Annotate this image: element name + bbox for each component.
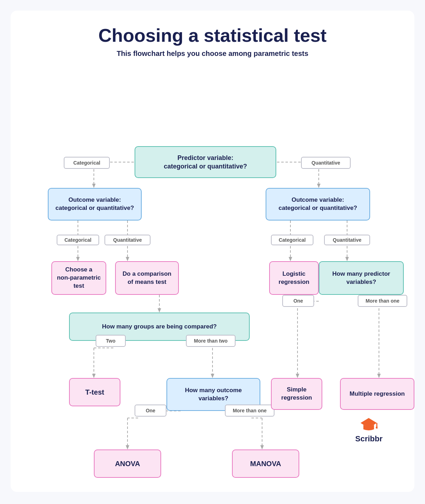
how-many-predictor-box: How many predictor variables?	[319, 261, 404, 295]
anova-box: ANOVA	[94, 449, 161, 478]
page-subtitle: This flowchart helps you choose among pa…	[28, 50, 397, 58]
quantitative-left-label: Quantitative	[104, 235, 151, 245]
svg-marker-18	[92, 374, 96, 378]
more-than-one-right-label: More than one	[358, 295, 407, 307]
svg-marker-40	[377, 374, 381, 378]
scribbr-logo: Scribbr	[355, 415, 382, 443]
one-right-label: One	[282, 295, 314, 307]
svg-marker-5	[317, 184, 321, 188]
categorical-top-label: Categorical	[64, 157, 110, 169]
logistic-regression-box: Logistic regression	[269, 261, 319, 295]
scribbr-text: Scribbr	[355, 434, 382, 443]
svg-marker-3	[92, 184, 96, 188]
svg-marker-11	[126, 257, 129, 261]
one-lower-label: One	[135, 405, 166, 417]
more-than-two-label: More than two	[186, 335, 236, 347]
svg-marker-41	[361, 418, 377, 428]
t-test-box: T-test	[69, 378, 120, 406]
page-title: Choosing a statistical test	[28, 25, 397, 46]
svg-marker-9	[76, 257, 80, 261]
scribbr-icon	[360, 415, 378, 433]
svg-marker-20	[211, 374, 214, 378]
predictor-box: Predictor variable: categorical or quant…	[135, 146, 276, 178]
comparison-means-box: Do a comparison of means test	[115, 261, 179, 295]
quantitative-top-label: Quantitative	[301, 157, 351, 169]
svg-marker-38	[296, 374, 299, 378]
svg-marker-32	[289, 257, 292, 261]
multiple-regression-box: Multiple regression	[340, 378, 414, 410]
more-than-one-lower-label: More than one	[225, 405, 274, 417]
outcome-left-box: Outcome variable: categorical or quantit…	[48, 188, 142, 220]
svg-marker-13	[158, 308, 161, 313]
svg-marker-34	[345, 257, 349, 261]
svg-point-43	[376, 426, 378, 429]
outcome-right-box: Outcome variable: categorical or quantit…	[266, 188, 370, 220]
svg-marker-25	[126, 445, 129, 449]
quantitative-right-label: Quantitative	[324, 235, 370, 245]
manova-box: MANOVA	[232, 449, 299, 478]
categorical-left-label: Categorical	[57, 235, 99, 245]
categorical-right-label: Categorical	[271, 235, 313, 245]
svg-marker-28	[260, 445, 264, 449]
two-label: Two	[96, 335, 126, 347]
simple-regression-box: Simple regression	[271, 378, 322, 410]
non-parametric-box: Choose a non-parametric test	[51, 261, 106, 295]
